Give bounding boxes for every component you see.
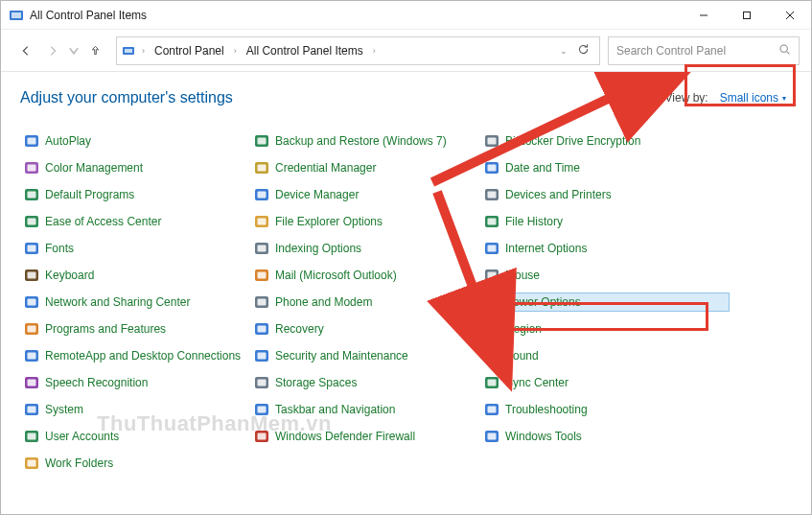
search-input[interactable] bbox=[616, 44, 778, 58]
svg-rect-11 bbox=[28, 138, 36, 145]
refresh-button[interactable] bbox=[577, 43, 590, 59]
control-panel-item[interactable]: Windows Tools bbox=[480, 427, 730, 446]
control-panel-item[interactable]: Region bbox=[480, 319, 730, 339]
control-panel-item[interactable]: Storage Spaces bbox=[250, 373, 480, 392]
forward-button[interactable] bbox=[39, 37, 66, 64]
mail-icon bbox=[254, 268, 269, 283]
control-panel-item[interactable]: RemoteApp and Desktop Connections bbox=[20, 346, 250, 365]
control-panel-item[interactable]: Mail (Microsoft Outlook) bbox=[250, 266, 480, 285]
svg-rect-67 bbox=[258, 380, 267, 386]
control-panel-item[interactable]: Phone and Modem bbox=[250, 293, 480, 312]
control-panel-item[interactable]: AutoPlay bbox=[20, 131, 250, 151]
svg-rect-53 bbox=[28, 326, 36, 333]
content-area: Adjust your computer's settings View by:… bbox=[1, 72, 811, 482]
item-label: Taskbar and Navigation bbox=[275, 403, 395, 416]
svg-rect-47 bbox=[28, 299, 36, 306]
recovery-icon bbox=[254, 321, 269, 337]
file-explorer-icon bbox=[254, 214, 269, 229]
control-panel-item[interactable]: Mouse bbox=[480, 266, 730, 285]
control-panel-item[interactable]: Ease of Access Center bbox=[20, 212, 250, 231]
control-panel-item[interactable]: Windows Defender Firewall bbox=[250, 427, 480, 446]
control-panel-item[interactable]: User Accounts bbox=[20, 427, 250, 446]
svg-rect-31 bbox=[258, 219, 267, 225]
chevron-right-icon: › bbox=[140, 46, 147, 56]
svg-rect-71 bbox=[28, 407, 36, 413]
control-panel-item[interactable]: Date and Time bbox=[480, 158, 730, 177]
control-panel-item[interactable]: Recovery bbox=[250, 319, 480, 339]
control-panel-item[interactable]: Devices and Printers bbox=[480, 185, 730, 204]
search-box[interactable] bbox=[608, 36, 800, 65]
svg-rect-21 bbox=[488, 165, 497, 172]
control-panel-item[interactable]: Credential Manager bbox=[250, 158, 480, 177]
svg-rect-79 bbox=[258, 433, 267, 440]
control-panel-item[interactable]: Backup and Restore (Windows 7) bbox=[250, 131, 480, 151]
breadcrumb-control-panel[interactable]: Control Panel bbox=[151, 42, 228, 59]
control-panel-item[interactable]: File History bbox=[480, 212, 730, 231]
svg-rect-7 bbox=[125, 49, 132, 53]
close-button[interactable] bbox=[768, 1, 811, 30]
speech-icon bbox=[24, 375, 39, 390]
svg-rect-39 bbox=[488, 246, 497, 252]
control-panel-item[interactable]: System bbox=[20, 400, 250, 419]
svg-rect-73 bbox=[258, 407, 267, 413]
svg-rect-19 bbox=[258, 165, 267, 172]
view-by-dropdown[interactable]: Small icons ▾ bbox=[714, 89, 792, 106]
svg-rect-61 bbox=[258, 353, 267, 360]
work-folders-icon bbox=[24, 456, 39, 471]
control-panel-item[interactable]: Indexing Options bbox=[250, 239, 480, 258]
address-dropdown-button[interactable]: ⌄ bbox=[560, 46, 568, 56]
control-panel-item[interactable]: Troubleshooting bbox=[480, 400, 730, 419]
svg-rect-41 bbox=[28, 272, 36, 279]
chevron-right-icon: › bbox=[232, 46, 239, 56]
maximize-button[interactable] bbox=[725, 1, 768, 30]
control-panel-item[interactable]: Programs and Features bbox=[20, 319, 250, 339]
item-label: Mail (Microsoft Outlook) bbox=[275, 269, 397, 282]
item-label: AutoPlay bbox=[45, 134, 91, 148]
svg-point-8 bbox=[780, 45, 787, 52]
control-panel-item[interactable]: Keyboard bbox=[20, 266, 250, 285]
network-icon bbox=[24, 294, 39, 310]
file-history-icon bbox=[484, 214, 499, 229]
titlebar: All Control Panel Items bbox=[1, 1, 811, 30]
item-label: RemoteApp and Desktop Connections bbox=[45, 349, 241, 363]
control-panel-item[interactable]: Color Management bbox=[20, 158, 250, 177]
item-label: Power Options bbox=[505, 295, 581, 309]
item-label: Color Management bbox=[45, 161, 143, 175]
svg-rect-45 bbox=[488, 272, 497, 279]
system-icon bbox=[24, 402, 39, 417]
control-panel-item[interactable]: Work Folders bbox=[20, 454, 250, 473]
control-panel-item[interactable]: Speech Recognition bbox=[20, 373, 250, 392]
control-panel-item[interactable]: Fonts bbox=[20, 239, 250, 258]
control-panel-item[interactable]: Network and Sharing Center bbox=[20, 293, 250, 312]
color-icon bbox=[24, 160, 39, 176]
dropdown-triangle-icon: ▾ bbox=[782, 94, 786, 103]
programs-icon bbox=[24, 321, 39, 337]
view-by-label: View by: bbox=[665, 91, 708, 105]
breadcrumb-all-items[interactable]: All Control Panel Items bbox=[243, 42, 367, 59]
control-panel-item[interactable]: Default Programs bbox=[20, 185, 250, 204]
control-panel-item[interactable]: Taskbar and Navigation bbox=[250, 400, 480, 419]
minimize-button[interactable] bbox=[682, 1, 725, 30]
control-panel-item[interactable]: Security and Maintenance bbox=[250, 346, 480, 365]
recent-locations-button[interactable] bbox=[66, 37, 81, 64]
svg-rect-77 bbox=[28, 433, 36, 440]
back-button[interactable] bbox=[12, 37, 39, 64]
svg-rect-37 bbox=[258, 246, 267, 252]
item-label: Device Manager bbox=[275, 188, 359, 201]
control-panel-item[interactable]: Sync Center bbox=[480, 373, 730, 392]
autoplay-icon bbox=[24, 133, 39, 149]
control-panel-item[interactable]: File Explorer Options bbox=[250, 212, 480, 231]
svg-rect-35 bbox=[28, 246, 36, 252]
control-panel-item[interactable]: BitLocker Drive Encryption bbox=[480, 131, 730, 151]
item-label: Internet Options bbox=[505, 242, 587, 255]
item-label: Mouse bbox=[505, 269, 540, 282]
control-panel-item[interactable]: Internet Options bbox=[480, 239, 730, 258]
control-panel-item[interactable]: Power Options bbox=[480, 293, 730, 312]
control-panel-item[interactable]: Sound bbox=[480, 346, 730, 365]
control-panel-item[interactable]: Device Manager bbox=[250, 185, 480, 204]
up-button[interactable] bbox=[81, 37, 108, 64]
address-bar[interactable]: › Control Panel › All Control Panel Item… bbox=[116, 36, 600, 65]
item-label: File History bbox=[505, 215, 563, 228]
item-label: Date and Time bbox=[505, 161, 580, 175]
item-label: Programs and Features bbox=[45, 322, 166, 336]
